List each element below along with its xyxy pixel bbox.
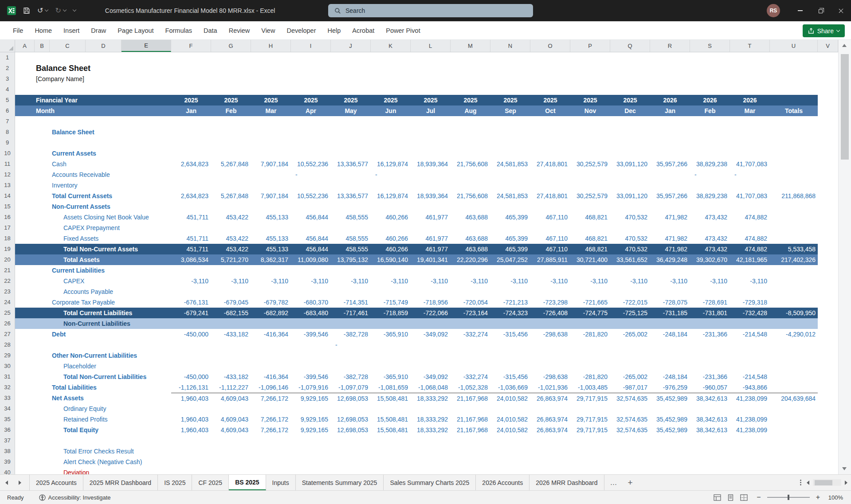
menu-tab-data[interactable]: Data (198, 21, 223, 39)
cell-r13-c6[interactable] (371, 180, 411, 191)
cell-r37-c15[interactable] (730, 435, 770, 446)
menu-tab-view[interactable]: View (255, 21, 281, 39)
cell-r19-c2[interactable]: 453,422 (211, 244, 251, 254)
cell-r4-c7[interactable] (411, 84, 451, 95)
cell-r22-c10[interactable]: -3,110 (530, 276, 570, 286)
cell-r38-c15[interactable] (730, 446, 770, 457)
cell-r13-c7[interactable] (411, 180, 451, 191)
column-header-V[interactable]: V (818, 40, 838, 52)
cell-r35-colV[interactable] (818, 414, 838, 425)
cell-r18-c2[interactable]: 453,422 (211, 233, 251, 244)
horizontal-scroll-thumb[interactable] (815, 480, 832, 485)
cell-r32-c3[interactable]: -1,096,146 (251, 382, 291, 393)
cell-r4-c14[interactable] (690, 84, 730, 95)
cell-r17-c11[interactable] (570, 223, 610, 233)
cell-r30-c15[interactable] (730, 361, 770, 371)
cell-r13-c5[interactable] (331, 180, 371, 191)
cell-label-r40[interactable]: Deviation (15, 467, 171, 474)
cell-r11-c11[interactable]: 30,252,579 (570, 159, 610, 169)
cell-r11-c2[interactable]: 5,267,848 (211, 159, 251, 169)
cell-r16-c4[interactable]: 456,844 (291, 212, 331, 223)
hscroll-right-icon[interactable] (845, 481, 847, 485)
page-break-view-icon[interactable] (740, 494, 748, 501)
vertical-scroll-thumb[interactable] (841, 54, 849, 160)
cell-r23-colV[interactable] (818, 286, 838, 297)
cell-r33-c7[interactable]: 18,333,292 (411, 393, 451, 403)
cell-r24-c10[interactable]: -723,298 (530, 297, 570, 308)
cell-r15-c1[interactable] (171, 201, 211, 212)
cell-label-r25[interactable]: Total Current Liabilities (15, 308, 171, 318)
cell-r29-c1[interactable] (171, 350, 211, 361)
cell-r37-c10[interactable] (530, 435, 570, 446)
cell-r35-c15[interactable]: 41,238,099 (730, 414, 770, 425)
cell-r16-c6[interactable]: 460,266 (371, 212, 411, 223)
cell-r37-total[interactable] (770, 435, 818, 446)
cell-r10-c11[interactable] (570, 148, 610, 159)
cell-r3-c15[interactable] (730, 74, 770, 84)
cell-r38-c14[interactable] (690, 446, 730, 457)
cell-r39-c11[interactable] (570, 457, 610, 467)
cell-r5-c2[interactable]: 2025 (211, 95, 251, 105)
cell-r36-c14[interactable]: 38,342,613 (690, 425, 730, 435)
cell-r26-total[interactable] (770, 318, 818, 329)
cell-r6-c15[interactable]: Mar (730, 105, 770, 116)
cell-r39-c7[interactable] (411, 457, 451, 467)
cell-r35-c13[interactable]: 35,452,989 (650, 414, 690, 425)
cell-r35-c8[interactable]: 21,167,968 (451, 414, 490, 425)
cell-r29-c15[interactable] (730, 350, 770, 361)
cell-r23-total[interactable] (770, 286, 818, 297)
cell-r28-total[interactable] (770, 340, 818, 350)
cell-r3-c1[interactable] (171, 74, 211, 84)
cell-r35-c3[interactable]: 7,266,172 (251, 414, 291, 425)
cell-r28-c3[interactable] (251, 340, 291, 350)
cell-r23-c15[interactable] (730, 286, 770, 297)
cell-r31-c1[interactable]: -450,000 (171, 371, 211, 382)
cell-r14-colV[interactable] (818, 191, 838, 201)
cell-r28-c10[interactable] (530, 340, 570, 350)
cell-r26-c6[interactable] (371, 318, 411, 329)
cell-r15-c11[interactable] (570, 201, 610, 212)
cell-r5-c14[interactable]: 2026 (690, 95, 730, 105)
cell-r30-c13[interactable] (650, 361, 690, 371)
menu-tab-help[interactable]: Help (322, 21, 347, 39)
cell-r39-c4[interactable] (291, 457, 331, 467)
cell-r25-c7[interactable]: -722,066 (411, 308, 451, 318)
cell-r20-total[interactable]: 217,402,326 (770, 254, 818, 265)
cell-r15-c6[interactable] (371, 201, 411, 212)
cell-r7-total[interactable] (770, 116, 818, 127)
cell-r14-c14[interactable]: 38,829,238 (690, 191, 730, 201)
cell-r16-c1[interactable]: 451,711 (171, 212, 211, 223)
cell-r21-c3[interactable] (251, 265, 291, 276)
cell-r37-c5[interactable] (331, 435, 371, 446)
cell-r24-c7[interactable]: -718,956 (411, 297, 451, 308)
cell-r17-c15[interactable] (730, 223, 770, 233)
cell-r3-c8[interactable] (451, 74, 490, 84)
cell-r7-c15[interactable] (730, 116, 770, 127)
cell-r19-c5[interactable]: 458,555 (331, 244, 371, 254)
cell-r25-c2[interactable]: -682,155 (211, 308, 251, 318)
cell-r34-c6[interactable] (371, 403, 411, 414)
cell-r37-colV[interactable] (818, 435, 838, 446)
cell-r31-c5[interactable]: -382,728 (331, 371, 371, 382)
cell-r22-colV[interactable] (818, 276, 838, 286)
column-header-H[interactable]: H (251, 40, 291, 52)
row-header-28[interactable]: 28 (0, 340, 15, 350)
row-header-6[interactable]: 6 (0, 105, 15, 116)
row-header-2[interactable]: 2 (0, 63, 15, 74)
cell-r37-c14[interactable] (690, 435, 730, 446)
cell-r38-c4[interactable] (291, 446, 331, 457)
cell-r36-c12[interactable]: 32,574,635 (610, 425, 650, 435)
cell-r22-c1[interactable]: -3,110 (171, 276, 211, 286)
cell-r31-c4[interactable]: -399,546 (291, 371, 331, 382)
cell-r27-total[interactable]: -4,290,012 (770, 329, 818, 340)
cell-r36-c2[interactable]: 4,609,043 (211, 425, 251, 435)
row-header-3[interactable]: 3 (0, 74, 15, 84)
cell-r19-colV[interactable] (818, 244, 838, 254)
cell-r17-c1[interactable] (171, 223, 211, 233)
cell-r35-c1[interactable]: 1,960,403 (171, 414, 211, 425)
cell-r18-c15[interactable]: 474,882 (730, 233, 770, 244)
scroll-up-icon[interactable] (842, 44, 847, 47)
cell-label-r38[interactable]: Total Error Checks Result (15, 446, 171, 457)
cell-r40-c7[interactable] (411, 467, 451, 474)
cell-r18-c9[interactable]: 465,399 (490, 233, 530, 244)
